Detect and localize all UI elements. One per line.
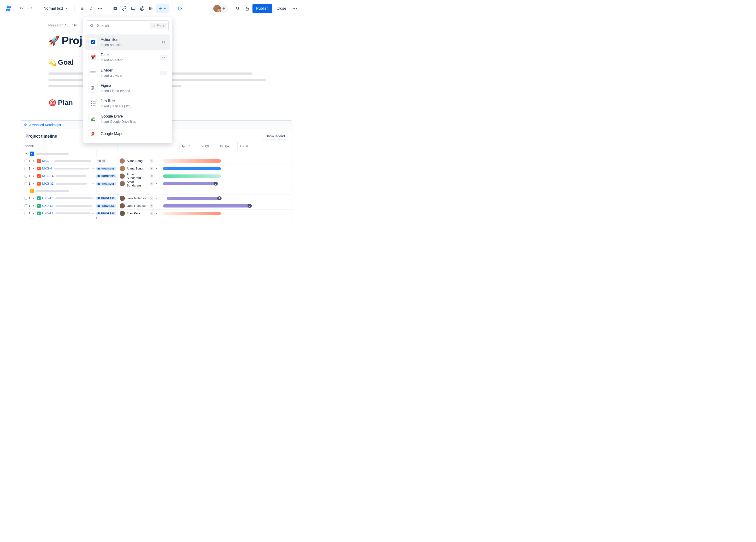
chevron-down-icon xyxy=(65,7,69,10)
action-item-button[interactable] xyxy=(111,4,120,13)
status-lozenge[interactable]: IN PROGRESS xyxy=(96,197,116,200)
row-more-button[interactable]: ··· xyxy=(91,204,94,207)
assignee-avatar[interactable] xyxy=(120,196,125,201)
row-more-button[interactable]: ··· xyxy=(91,182,94,185)
chevron-down-icon[interactable] xyxy=(155,167,158,170)
undo-button[interactable] xyxy=(17,4,25,13)
issue-key[interactable]: MKG-4 xyxy=(42,167,52,170)
timeline-bar[interactable]: ← xyxy=(163,174,221,178)
breadcrumb-item[interactable]: Research xyxy=(48,23,63,27)
checkbox[interactable] xyxy=(25,159,27,162)
issue-key[interactable]: UXD-15 xyxy=(42,196,53,200)
checkbox[interactable] xyxy=(25,212,27,215)
assignee-avatar[interactable] xyxy=(120,211,125,216)
chevron-down-icon[interactable] xyxy=(155,182,158,185)
assignee-avatar[interactable] xyxy=(120,158,125,163)
checkbox[interactable] xyxy=(25,182,27,185)
chevron-right-icon[interactable] xyxy=(32,175,35,177)
insert-dropdown-button[interactable] xyxy=(156,4,169,13)
timeline-bar[interactable]: ← xyxy=(163,167,221,170)
timeline-bar[interactable] xyxy=(163,212,221,215)
issue-key[interactable]: MKG-14 xyxy=(42,174,54,178)
clear-assignee-button[interactable]: ✕ xyxy=(150,159,153,163)
clear-assignee-button[interactable]: ✕ xyxy=(150,174,153,178)
chevron-right-icon[interactable] xyxy=(32,197,35,200)
collapse-button[interactable] xyxy=(176,4,184,13)
breadcrumb-item[interactable]: ... xyxy=(67,23,70,27)
user-avatar[interactable]: G xyxy=(213,4,221,13)
chevron-right-icon[interactable] xyxy=(32,204,35,207)
timeline-group-row[interactable]: Sprint xyxy=(20,217,292,219)
insert-item-gdrive[interactable]: Google DriveInsert Google Drive files xyxy=(85,111,170,126)
status-lozenge[interactable]: TO DO xyxy=(96,159,106,163)
insert-list[interactable]: Action itemInsert an action[]📅DateInsert… xyxy=(83,34,172,143)
insert-item-date[interactable]: 📅DateInsert an action// xyxy=(85,50,170,65)
clear-assignee-button[interactable]: ✕ xyxy=(150,204,153,208)
link-button[interactable] xyxy=(120,4,129,13)
clear-assignee-button[interactable]: ✕ xyxy=(150,211,153,215)
italic-button[interactable]: I xyxy=(87,4,95,13)
timeline-bar[interactable]: ←2 xyxy=(167,197,221,200)
row-more-button[interactable]: ··· xyxy=(91,196,94,200)
insert-search-input[interactable] xyxy=(97,23,147,28)
insert-item-jira[interactable]: Jira filterInsert jira filters (JQL) xyxy=(85,96,170,111)
chevron-down-icon[interactable] xyxy=(155,212,158,215)
chevron-right-icon[interactable] xyxy=(32,159,35,162)
assignee-avatar[interactable] xyxy=(120,203,125,208)
heading-emoji: 🎯 xyxy=(48,99,57,107)
assignee-avatar[interactable] xyxy=(120,181,125,186)
issue-key[interactable]: UXD-12 xyxy=(42,211,53,215)
mention-button[interactable]: @ xyxy=(138,4,147,13)
insert-item-action[interactable]: Action itemInsert an action[] xyxy=(85,34,170,50)
restrictions-button[interactable] xyxy=(243,4,252,13)
publish-button[interactable]: Publish xyxy=(252,4,272,13)
checkbox[interactable] xyxy=(25,167,27,170)
status-lozenge[interactable]: IN PROGRESS xyxy=(96,167,116,170)
chevron-right-icon[interactable] xyxy=(32,167,35,170)
insert-item-figma[interactable]: FigmaInsert Figma embed xyxy=(85,80,170,96)
timeline-bar[interactable]: ←2 xyxy=(163,204,251,207)
checkbox[interactable] xyxy=(25,197,27,200)
status-lozenge[interactable]: IN PROGRESS xyxy=(96,204,116,208)
clear-assignee-button[interactable]: ✕ xyxy=(150,196,153,200)
text-style-dropdown[interactable]: Normal text xyxy=(41,4,71,13)
redo-button[interactable] xyxy=(26,4,34,13)
insert-item-gmaps[interactable]: Google Maps xyxy=(85,126,170,141)
chevron-down-icon[interactable] xyxy=(155,197,158,200)
issue-key[interactable]: MKG-32 xyxy=(42,182,54,185)
row-more-button[interactable]: ··· xyxy=(91,211,94,215)
bold-button[interactable]: B xyxy=(78,4,86,13)
checkbox[interactable] xyxy=(25,204,27,207)
checkbox[interactable] xyxy=(25,175,27,177)
insert-item-divider[interactable]: DividerInsert a divider-- xyxy=(85,65,170,80)
issue-key[interactable]: MKG-1 xyxy=(42,159,52,163)
status-lozenge[interactable]: IN PROGRESS xyxy=(96,182,116,185)
chevron-down-icon[interactable] xyxy=(155,159,158,162)
timeline-group-row[interactable] xyxy=(20,187,292,194)
row-more-button[interactable]: ··· xyxy=(91,159,94,163)
chevron-down-icon[interactable] xyxy=(155,175,158,177)
close-button[interactable]: Close xyxy=(273,4,290,13)
find-button[interactable] xyxy=(234,4,242,13)
row-more-button[interactable]: ··· xyxy=(91,174,94,178)
breadcrumb-item[interactable]: Pr xyxy=(74,23,78,27)
timeline-group-row[interactable] xyxy=(20,150,292,157)
timeline-bar[interactable] xyxy=(163,159,221,163)
clear-assignee-button[interactable]: ✕ xyxy=(150,182,153,185)
show-legend-button[interactable]: Show legend xyxy=(263,133,288,140)
issue-key[interactable]: UXD-12 xyxy=(42,204,53,207)
chevron-right-icon[interactable] xyxy=(32,182,35,185)
status-lozenge[interactable]: IN PROGRESS xyxy=(96,174,116,178)
chevron-down-icon[interactable] xyxy=(155,204,158,207)
chevron-right-icon[interactable] xyxy=(32,212,35,215)
assignee-avatar[interactable] xyxy=(120,173,125,179)
table-button[interactable] xyxy=(147,4,155,13)
more-formatting-button[interactable] xyxy=(96,4,104,13)
row-more-button[interactable]: ··· xyxy=(91,167,94,170)
clear-assignee-button[interactable]: ✕ xyxy=(150,167,153,170)
status-lozenge[interactable]: IN PROGRESS xyxy=(96,212,116,215)
timeline-bar[interactable]: ←2 xyxy=(163,182,217,185)
assignee-avatar[interactable] xyxy=(120,166,125,171)
more-actions-button[interactable] xyxy=(290,4,299,13)
image-button[interactable] xyxy=(129,4,138,13)
